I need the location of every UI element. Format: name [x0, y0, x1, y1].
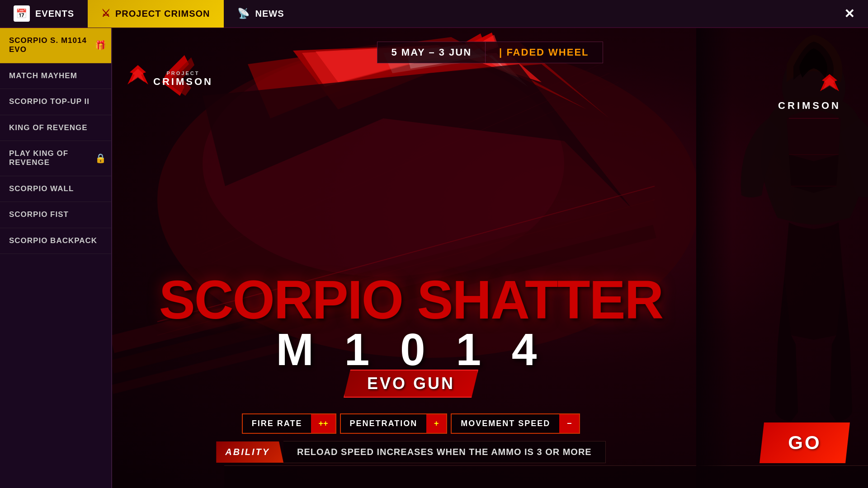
sidebar-item-match-mayhem[interactable]: MATCH MAYHEM	[0, 63, 111, 89]
sidebar-item-label: PLAY KING OF REVENGE	[9, 149, 68, 167]
close-icon: ✕	[844, 7, 854, 21]
signal-icon: 📡	[237, 8, 250, 19]
stat-movement-speed: MOVEMENT SPEED −	[451, 413, 580, 434]
sidebar-item-label: SCORPIO BACKPACK	[9, 236, 97, 245]
news-label: NEWS	[255, 9, 284, 19]
fire-rate-label: FIRE RATE	[243, 414, 311, 433]
crimson-logo-icon	[126, 64, 151, 94]
sidebar-item-play-king[interactable]: PLAY KING OF REVENGE 🔒	[0, 141, 111, 176]
lock-icon: 🔒	[95, 153, 107, 164]
penetration-value: +	[426, 414, 446, 433]
event-date-range: 5 MAY – 3 JUN	[377, 42, 486, 63]
sidebar-item-king-revenge[interactable]: KING OF REVENGE	[0, 115, 111, 141]
sidebar-item-label: SCORPIO TOP-UP II	[9, 97, 90, 106]
go-button-label: GO	[788, 432, 821, 453]
stats-bar: FIRE RATE ++ PENETRATION + MOVEMENT SPEE…	[112, 413, 710, 434]
sidebar-item-label: MATCH MAYHEM	[9, 71, 77, 80]
crimson-nav-icon: ⚔	[101, 8, 111, 19]
ability-bar: ABILITY RELOAD SPEED INCREASES WHEN THE …	[112, 441, 710, 463]
movement-speed-label: MOVEMENT SPEED	[452, 414, 559, 433]
calendar-icon: 📅	[14, 5, 30, 22]
ability-label: ABILITY	[216, 441, 283, 463]
sidebar-item-scorpio-wall[interactable]: SCORPIO WALL	[0, 176, 111, 202]
sidebar-item-label: SCORPIO S. M1014 EVO	[9, 36, 87, 54]
fire-rate-value: ++	[311, 414, 335, 433]
nav-project-crimson-button[interactable]: ⚔ PROJECT CRIMSON	[88, 0, 223, 28]
sidebar-item-label: KING OF REVENGE	[9, 123, 88, 132]
gun-title-area: SCORPIO SHATTER M 1 0 1 4 EVO GUN	[112, 272, 710, 398]
event-type: | FADED WHEEL	[486, 42, 603, 63]
crimson-logo: PROJECT CRIMSON	[126, 64, 213, 94]
stat-fire-rate: FIRE RATE ++	[242, 413, 336, 434]
svg-rect-30	[696, 28, 787, 488]
event-banner: 5 MAY – 3 JUN | FADED WHEEL	[112, 42, 868, 63]
sidebar: SCORPIO S. M1014 EVO 🎁 MATCH MAYHEM SCOR…	[0, 28, 112, 488]
project-crimson-label: PROJECT CRIMSON	[115, 9, 210, 19]
gun-name-line1: SCORPIO SHATTER	[112, 272, 710, 327]
crimson-right-text: CRIMSON	[778, 100, 841, 112]
sidebar-item-scorpio-topup[interactable]: SCORPIO TOP-UP II	[0, 89, 111, 115]
project-label: PROJECT	[153, 70, 213, 76]
sidebar-item-scorpio-backpack[interactable]: SCORPIO BACKPACK	[0, 228, 111, 254]
sidebar-item-scorpio-fist[interactable]: SCORPIO FIST	[0, 202, 111, 228]
stat-penetration: PENETRATION +	[340, 413, 448, 434]
movement-speed-value: −	[559, 414, 579, 433]
go-button[interactable]: GO	[760, 422, 850, 463]
crimson-right-label: CRIMSON	[778, 73, 841, 112]
crimson-label: CRIMSON	[153, 76, 213, 88]
top-navigation: 📅 EVENTS ⚔ PROJECT CRIMSON 📡 NEWS ✕	[0, 0, 868, 28]
close-button[interactable]: ✕	[830, 6, 868, 21]
sidebar-item-label: SCORPIO FIST	[9, 210, 69, 219]
nav-news-section[interactable]: 📡 NEWS	[224, 0, 298, 27]
evo-gun-badge: EVO GUN	[344, 370, 478, 398]
crimson-right-icon	[818, 73, 841, 98]
nav-events-section[interactable]: 📅 EVENTS	[0, 0, 88, 27]
ability-description: RELOAD SPEED INCREASES WHEN THE AMMO IS …	[283, 441, 606, 463]
sidebar-item-label: SCORPIO WALL	[9, 184, 74, 193]
penetration-label: PENETRATION	[341, 414, 427, 433]
gun-name-model: M 1 0 1 4	[112, 327, 710, 372]
main-content: 5 MAY – 3 JUN | FADED WHEEL PROJECT CRIM…	[112, 28, 868, 488]
reward-icon: 🎁	[95, 40, 107, 51]
sidebar-item-scorpio-evo[interactable]: SCORPIO S. M1014 EVO 🎁	[0, 28, 111, 63]
events-label: EVENTS	[35, 9, 74, 19]
